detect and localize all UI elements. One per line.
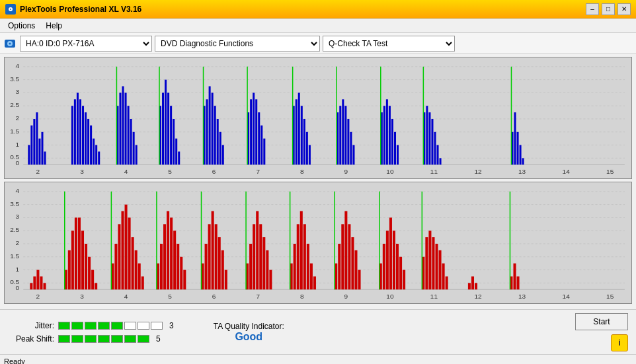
svg-rect-46 bbox=[125, 92, 127, 164]
svg-rect-229 bbox=[403, 270, 405, 290]
svg-rect-89 bbox=[344, 106, 346, 164]
svg-rect-170 bbox=[128, 217, 131, 289]
ta-quality-label: TA Quality Indicator: bbox=[214, 322, 284, 331]
svg-rect-168 bbox=[121, 211, 124, 290]
svg-rect-151 bbox=[36, 270, 39, 290]
svg-rect-215 bbox=[341, 224, 344, 289]
svg-rect-92 bbox=[352, 145, 354, 165]
svg-text:4: 4 bbox=[16, 62, 20, 69]
svg-rect-33 bbox=[74, 99, 76, 164]
svg-rect-98 bbox=[391, 119, 393, 164]
svg-text:3.5: 3.5 bbox=[10, 75, 19, 83]
svg-rect-114 bbox=[522, 158, 524, 164]
svg-rect-218 bbox=[351, 237, 354, 289]
svg-text:4: 4 bbox=[16, 187, 20, 194]
svg-rect-71 bbox=[250, 99, 252, 164]
svg-rect-112 bbox=[517, 132, 519, 164]
svg-text:8: 8 bbox=[300, 293, 304, 300]
svg-text:14: 14 bbox=[563, 293, 571, 300]
peak-shift-value: 5 bbox=[156, 334, 161, 344]
svg-rect-106 bbox=[434, 132, 436, 164]
svg-text:1.5: 1.5 bbox=[10, 252, 19, 260]
device-select[interactable]: HA:0 ID:0 PX-716A bbox=[20, 36, 152, 52]
test-select[interactable]: Q-Check TA Test bbox=[323, 36, 455, 52]
peak-block-7 bbox=[138, 335, 149, 343]
svg-rect-235 bbox=[435, 244, 438, 289]
svg-rect-31 bbox=[44, 151, 46, 164]
peak-block-3 bbox=[85, 335, 97, 343]
peak-block-6 bbox=[124, 335, 136, 343]
svg-point-5 bbox=[9, 42, 11, 44]
menu-options[interactable]: Options bbox=[3, 20, 40, 32]
svg-rect-111 bbox=[514, 112, 516, 164]
svg-text:2: 2 bbox=[16, 114, 20, 122]
svg-rect-157 bbox=[75, 217, 77, 289]
bottom-chart: 4 3.5 3 2.5 2 1.5 1 0.5 0 bbox=[4, 182, 632, 304]
svg-rect-192 bbox=[221, 250, 224, 289]
svg-rect-57 bbox=[173, 119, 175, 164]
svg-rect-236 bbox=[439, 250, 442, 289]
jitter-block-1 bbox=[58, 322, 70, 330]
svg-rect-208 bbox=[303, 224, 306, 289]
svg-rect-173 bbox=[138, 264, 141, 290]
svg-rect-227 bbox=[396, 244, 399, 289]
svg-rect-198 bbox=[256, 211, 258, 290]
close-button[interactable]: ✕ bbox=[617, 3, 631, 15]
svg-rect-75 bbox=[260, 126, 262, 164]
status-bar: Ready bbox=[0, 354, 636, 364]
svg-rect-184 bbox=[183, 270, 186, 290]
svg-point-2 bbox=[10, 9, 11, 10]
svg-rect-232 bbox=[425, 237, 428, 289]
maximize-button[interactable]: □ bbox=[602, 3, 615, 15]
minimize-button[interactable]: – bbox=[586, 3, 599, 15]
svg-rect-237 bbox=[442, 264, 445, 290]
svg-rect-160 bbox=[85, 244, 87, 289]
svg-rect-62 bbox=[206, 99, 208, 164]
svg-rect-38 bbox=[87, 119, 89, 164]
svg-rect-244 bbox=[513, 264, 516, 290]
svg-rect-91 bbox=[350, 132, 352, 164]
start-button[interactable]: Start bbox=[575, 313, 628, 330]
svg-text:2: 2 bbox=[36, 168, 40, 175]
svg-rect-79 bbox=[296, 99, 298, 164]
svg-rect-26 bbox=[30, 126, 32, 164]
svg-rect-209 bbox=[307, 244, 309, 289]
svg-text:13: 13 bbox=[518, 293, 526, 300]
svg-rect-197 bbox=[253, 224, 255, 289]
start-area: Start i bbox=[575, 313, 628, 351]
svg-rect-191 bbox=[218, 237, 221, 289]
svg-text:10: 10 bbox=[386, 293, 394, 300]
svg-rect-210 bbox=[310, 264, 313, 290]
svg-rect-224 bbox=[386, 231, 389, 289]
menu-help[interactable]: Help bbox=[40, 20, 67, 32]
svg-rect-113 bbox=[520, 145, 522, 165]
svg-rect-59 bbox=[178, 151, 180, 164]
svg-rect-130 bbox=[5, 182, 631, 303]
window-controls[interactable]: – □ ✕ bbox=[586, 3, 631, 15]
jitter-block-7 bbox=[138, 322, 149, 330]
jitter-meter bbox=[58, 322, 163, 330]
svg-rect-182 bbox=[177, 244, 179, 289]
jitter-block-2 bbox=[71, 322, 83, 330]
ta-quality-section: TA Quality Indicator: Good bbox=[214, 322, 284, 343]
app-title: PlexTools Professional XL V3.16 bbox=[20, 5, 141, 14]
svg-text:11: 11 bbox=[430, 293, 438, 300]
svg-rect-95 bbox=[383, 106, 385, 164]
app-icon bbox=[5, 4, 16, 15]
svg-rect-32 bbox=[71, 106, 73, 164]
svg-text:7: 7 bbox=[256, 168, 260, 175]
jitter-block-8 bbox=[151, 322, 163, 330]
jitter-block-6 bbox=[124, 322, 136, 330]
function-select[interactable]: DVD Diagnostic Functions bbox=[155, 36, 320, 52]
svg-rect-84 bbox=[309, 145, 311, 165]
bottom-panel: Jitter: 3 Peak Shift: bbox=[0, 309, 636, 354]
info-button[interactable]: i bbox=[611, 334, 628, 351]
svg-rect-74 bbox=[258, 112, 260, 164]
toolbar: HA:0 ID:0 PX-716A DVD Diagnostic Functio… bbox=[0, 33, 636, 54]
svg-rect-50 bbox=[136, 145, 138, 165]
svg-text:9: 9 bbox=[344, 293, 348, 300]
svg-text:0: 0 bbox=[16, 159, 20, 166]
svg-rect-28 bbox=[36, 112, 38, 164]
peak-shift-meter bbox=[58, 335, 149, 343]
svg-rect-53 bbox=[162, 92, 164, 164]
